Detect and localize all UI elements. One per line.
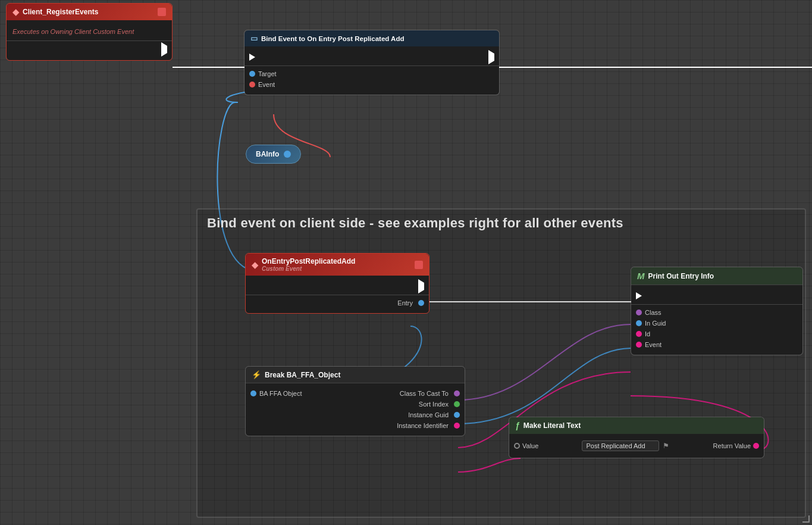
node-body-break: BA FFA Object Class To Cast To Sort Inde… [246, 383, 465, 436]
f-icon: ƒ [515, 421, 520, 430]
bainfo-node[interactable]: BAInfo [246, 145, 301, 164]
node-body-print: Class In Guid Id Event [631, 285, 802, 355]
node-header-print: M Print Out Entry Info [631, 267, 802, 285]
entry-pin-row: Entry [246, 298, 429, 308]
value-label-make: Value [522, 442, 538, 449]
exec-out-on-entry [246, 280, 429, 292]
resize-indicator[interactable] [802, 515, 810, 523]
ba-ffa-object-label: BA FFA Object [259, 390, 302, 397]
ba-ffa-object-pin-row: BA FFA Object Class To Cast To [246, 388, 465, 399]
event-pin-dot [249, 82, 255, 88]
on-entry-post-replicated-add-node[interactable]: ◆ OnEntryPostReplicatedAdd Custom Event … [245, 253, 429, 314]
node-body-make-literal: Value ⚑ Return Value [509, 434, 764, 458]
entry-pin-dot [418, 300, 424, 306]
instance-identifier-pin-row: Instance Identifier [246, 420, 465, 431]
M-icon: M [637, 271, 645, 281]
target-pin-row: Target [244, 68, 499, 79]
node-body-on-entry: Entry [246, 276, 429, 313]
target-pin-label: Target [258, 70, 277, 77]
break-icon: ⚡ [252, 370, 261, 379]
print-title: Print Out Entry Info [648, 272, 714, 280]
class-pin-row-print: Class [631, 307, 802, 318]
node-header-bind-event: ▭ Bind Event to On Entry Post Replicated… [244, 30, 499, 46]
exec-out-pin [7, 43, 172, 55]
event-pin-row: Event [244, 79, 499, 90]
value-pin-row: Value ⚑ Return Value [509, 439, 764, 453]
node-body-bind-event: Target Event [244, 46, 499, 95]
node-subtitle-client-register: Executes on Owning Client Custom Event [7, 25, 172, 38]
in-guid-pin-row: In Guid [631, 318, 802, 329]
diamond-icon: ◆ [12, 7, 19, 17]
return-value-pin [753, 443, 759, 449]
sort-index-pin-row: Sort Index [246, 399, 465, 410]
break-ba-ffa-object-node[interactable]: ⚡ Break BA_FFA_Object BA FFA Object Clas… [245, 366, 465, 436]
sort-index-label: Sort Index [419, 401, 449, 408]
on-entry-stop-button[interactable] [415, 261, 423, 269]
on-entry-title: OnEntryPostReplicatedAdd [262, 257, 355, 265]
node-title-bind-event: Bind Event to On Entry Post Replicated A… [261, 35, 404, 42]
ba-ffa-object-in-pin [250, 390, 256, 396]
client-register-events-node[interactable]: ◆ Client_RegisterEvents Executes on Owni… [6, 3, 173, 61]
break-title: Break BA_FFA_Object [265, 371, 340, 379]
sort-index-pin [454, 401, 460, 407]
node-body-client-register: Executes on Owning Client Custom Event [7, 20, 172, 60]
node-header-on-entry: ◆ OnEntryPostReplicatedAdd Custom Event [246, 254, 429, 276]
instance-guid-pin-row: Instance Guid [246, 410, 465, 420]
exec-out-arrow [161, 42, 167, 57]
on-entry-subtitle: Custom Event [262, 265, 355, 272]
instance-identifier-pin [454, 423, 460, 429]
instance-guid-label: Instance Guid [408, 411, 449, 418]
stop-button[interactable] [158, 8, 166, 16]
event-pin-print [636, 342, 642, 348]
event-pin-label: Event [258, 81, 275, 88]
class-to-cast-label: Class To Cast To [400, 390, 449, 397]
class-label-print: Class [645, 309, 661, 316]
class-to-cast-pin [454, 390, 460, 396]
node-header-make-literal: ƒ Make Literal Text [509, 417, 764, 434]
return-value-label: Return Value [713, 442, 751, 449]
make-literal-title: Make Literal Text [523, 421, 581, 430]
in-guid-label: In Guid [645, 320, 666, 327]
event-label-print: Event [645, 341, 661, 348]
exec-in-print-arrow [636, 292, 642, 299]
id-pin-row-print: Id [631, 329, 802, 339]
exec-out-arrow-bind [488, 50, 494, 64]
class-pin-print [636, 310, 642, 315]
bind-event-node[interactable]: ▭ Bind Event to On Entry Post Replicated… [244, 30, 500, 95]
in-guid-pin [636, 320, 642, 326]
id-label-print: Id [645, 330, 650, 338]
bainfo-pin [284, 151, 291, 158]
print-out-entry-info-node[interactable]: M Print Out Entry Info Class In Guid Id [631, 267, 803, 355]
value-circle-pin [514, 443, 520, 449]
bainfo-label: BAInfo [256, 150, 279, 158]
exec-in-print [631, 290, 802, 302]
event-pin-row-print: Event [631, 339, 802, 350]
node-header-break: ⚡ Break BA_FFA_Object [246, 367, 465, 383]
flag-icon: ⚑ [663, 442, 669, 450]
instance-guid-pin [454, 412, 460, 418]
node-title-client-register: Client_RegisterEvents [23, 8, 98, 16]
target-pin-dot [249, 71, 255, 77]
on-entry-icon: ◆ [252, 260, 258, 270]
make-literal-text-node[interactable]: ƒ Make Literal Text Value ⚑ Return Value [509, 417, 764, 458]
exec-in-row [244, 51, 499, 63]
comment-text: Bind event on client side - see examples… [197, 210, 805, 237]
id-pin-print [636, 331, 642, 337]
entry-pin-label: Entry [397, 299, 413, 307]
value-text-input[interactable] [582, 440, 659, 451]
bind-event-icon: ▭ [250, 34, 258, 43]
node-header-client-register: ◆ Client_RegisterEvents [7, 4, 172, 20]
instance-identifier-label: Instance Identifier [397, 422, 449, 429]
exec-out-on-entry-arrow [418, 279, 424, 293]
exec-in-arrow [249, 54, 255, 61]
